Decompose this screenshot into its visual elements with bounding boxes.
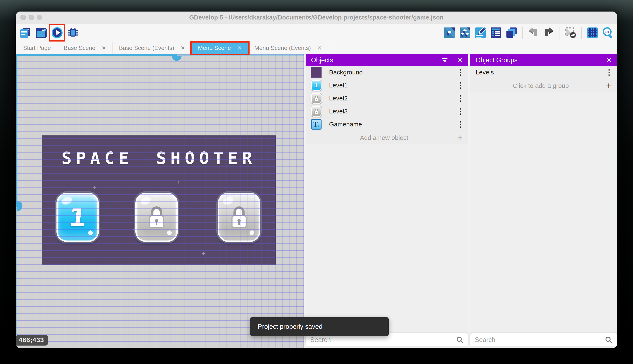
close-tab-icon[interactable]	[317, 45, 322, 51]
save-toast: Project properly saved	[250, 317, 389, 336]
object-row-level1[interactable]: Level1	[305, 79, 468, 92]
tab-start-page[interactable]: Start Page	[17, 42, 57, 54]
zoom-1-1-icon: 1:1	[602, 27, 614, 39]
add-group-row[interactable]: Click to add a group	[470, 79, 617, 92]
star-decoration	[177, 179, 180, 185]
groups-search-bar	[470, 334, 617, 346]
toggle-grid-button[interactable]	[586, 27, 598, 39]
close-panel-icon[interactable]	[458, 57, 463, 63]
game-scene-background[interactable]: SPACE SHOOTER 1	[42, 136, 275, 265]
toast-message: Project properly saved	[258, 323, 322, 330]
object-menu-kebab-icon[interactable]	[457, 109, 463, 114]
toolbar-right-group: 1:1	[443, 27, 614, 39]
properties-pencil-icon	[474, 27, 486, 39]
object-name: Level1	[329, 82, 348, 89]
scene-editor-canvas[interactable]: SPACE SHOOTER 1	[16, 54, 304, 348]
toolbar-separator	[522, 27, 523, 39]
groups-panel-title: Object Groups	[476, 56, 518, 64]
object-row-level3[interactable]: Level3	[305, 105, 468, 118]
redo-icon	[543, 27, 555, 39]
level1-button-instance[interactable]: 1	[57, 193, 99, 242]
level2-locked-button-instance[interactable]	[135, 193, 178, 242]
open-instances-list-button[interactable]	[490, 27, 502, 39]
object-row-gamename[interactable]: Gamename	[305, 118, 468, 131]
launch-preview-button[interactable]	[51, 27, 63, 39]
add-object-plus-icon[interactable]	[457, 133, 463, 142]
vertical-scrollbar[interactable]	[16, 54, 18, 207]
undo-button[interactable]	[527, 27, 539, 39]
vertical-scrollbar-handle[interactable]	[18, 201, 23, 211]
level-number: 1	[67, 203, 88, 232]
tab-menu-scene-events[interactable]: Menu Scene (Events)	[248, 42, 328, 54]
grid-icon	[586, 27, 598, 39]
object-name: Gamename	[329, 121, 362, 128]
horizontal-scrollbar[interactable]	[16, 54, 177, 56]
star-decoration	[202, 250, 205, 257]
level1-thumbnail	[311, 80, 322, 90]
add-object-row[interactable]: Add a new object	[305, 131, 468, 144]
bug-icon	[67, 27, 79, 39]
horizontal-scrollbar-handle[interactable]	[172, 56, 182, 61]
object-row-background[interactable]: Background	[305, 66, 468, 79]
object-menu-kebab-icon[interactable]	[457, 96, 463, 101]
play-icon	[51, 27, 63, 39]
launch-debugger-button[interactable]	[67, 27, 79, 39]
game-title-text-instance[interactable]: SPACE SHOOTER	[42, 148, 275, 168]
editor-tabbar: Start Page Base Scene Base Scene (Events…	[16, 42, 617, 54]
group-menu-kebab-icon[interactable]	[605, 70, 611, 75]
close-tab-icon[interactable]	[237, 45, 242, 51]
cursor-coordinates-badge: 466;433	[16, 335, 48, 346]
padlock-icon	[313, 95, 319, 102]
open-properties-button[interactable]	[474, 27, 486, 39]
clear-selection-button[interactable]	[565, 27, 577, 39]
open-objects-editor-button[interactable]	[443, 27, 455, 39]
layers-icon	[505, 27, 518, 39]
open-window-button[interactable]	[35, 27, 47, 39]
close-panel-icon[interactable]	[606, 57, 611, 63]
project-manager-button[interactable]	[19, 27, 31, 39]
object-row-level2[interactable]: Level2	[305, 92, 468, 105]
object-name: Level3	[329, 108, 348, 115]
padlock-icon	[228, 204, 250, 231]
open-layers-editor-button[interactable]	[505, 27, 518, 39]
star-decoration	[93, 184, 96, 190]
window-title: GDevelop 5 - /Users/dkarakay/Documents/G…	[16, 14, 617, 21]
panel-divider[interactable]	[304, 54, 305, 348]
object-groups-icon	[459, 27, 471, 39]
text-object-thumbnail	[311, 119, 322, 130]
tab-label: Base Scene (Events)	[119, 45, 174, 51]
search-icon[interactable]	[456, 336, 464, 344]
level3-locked-button-instance[interactable]	[218, 193, 260, 242]
selection-minus-icon	[565, 27, 577, 39]
group-row-levels[interactable]: Levels	[470, 66, 617, 79]
toolbar-separator	[581, 27, 582, 39]
search-icon[interactable]	[605, 336, 612, 344]
objects-search-input[interactable]	[310, 336, 456, 344]
filter-icon[interactable]	[441, 57, 448, 63]
zoom-original-button[interactable]: 1:1	[602, 27, 614, 39]
toolbar-separator	[559, 27, 560, 39]
padlock-icon	[146, 204, 167, 231]
groups-search-input[interactable]	[475, 336, 605, 344]
object-menu-kebab-icon[interactable]	[457, 83, 463, 88]
object-menu-kebab-icon[interactable]	[457, 70, 463, 75]
tab-base-scene[interactable]: Base Scene	[57, 42, 113, 54]
main-toolbar: 1:1	[16, 24, 617, 42]
object-groups-panel: Object Groups Levels Click to add a grou…	[470, 54, 617, 348]
object-menu-kebab-icon[interactable]	[457, 122, 463, 127]
app-window: GDevelop 5 - /Users/dkarakay/Documents/G…	[16, 12, 617, 348]
tab-menu-scene[interactable]: Menu Scene	[192, 42, 248, 54]
background-thumbnail	[311, 67, 322, 78]
groups-panel-header: Object Groups	[470, 54, 617, 66]
level2-thumbnail	[311, 93, 322, 104]
add-group-plus-icon[interactable]	[606, 81, 611, 90]
close-tab-icon[interactable]	[102, 45, 106, 51]
titlebar: GDevelop 5 - /Users/dkarakay/Documents/G…	[16, 12, 617, 24]
toolbar-left-group	[19, 27, 79, 39]
open-object-groups-editor-button[interactable]	[459, 27, 471, 39]
panel-divider[interactable]	[468, 54, 470, 348]
tab-base-scene-events[interactable]: Base Scene (Events)	[113, 42, 192, 54]
level3-thumbnail	[311, 106, 322, 116]
redo-button[interactable]	[543, 27, 555, 39]
close-tab-icon[interactable]	[180, 45, 185, 51]
